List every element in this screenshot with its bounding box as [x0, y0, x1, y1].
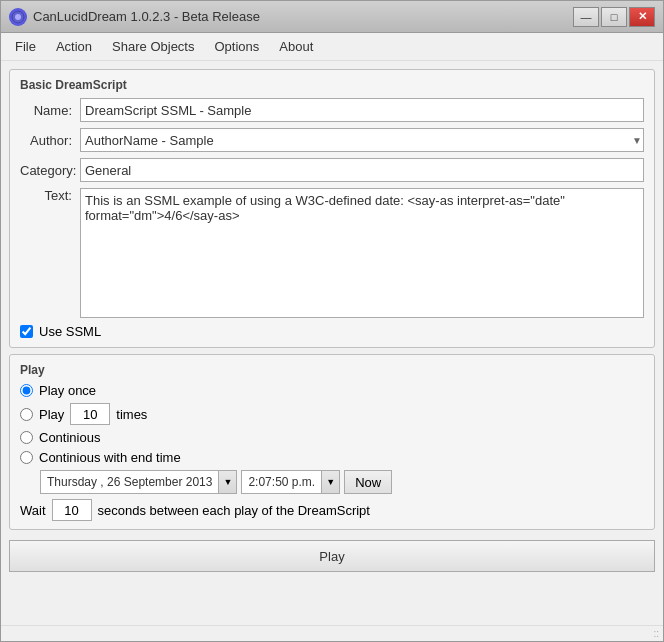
basic-dreamscript-title: Basic DreamScript: [20, 78, 644, 92]
continuous-end-radio[interactable]: [20, 451, 33, 464]
wait-row: Wait seconds between each play of the Dr…: [20, 499, 644, 521]
name-input[interactable]: [80, 98, 644, 122]
play-section-title: Play: [20, 363, 644, 377]
minimize-button[interactable]: —: [573, 7, 599, 27]
name-label: Name:: [20, 103, 80, 118]
svg-point-1: [15, 14, 21, 20]
author-row: Author: AuthorName - Sample ▼: [20, 128, 644, 152]
wait-label-post: seconds between each play of the DreamSc…: [98, 503, 370, 518]
name-row: Name:: [20, 98, 644, 122]
wait-label-pre: Wait: [20, 503, 46, 518]
close-button[interactable]: ✕: [629, 7, 655, 27]
play-section: Play Play once Play times Continious: [9, 354, 655, 530]
menu-share-objects[interactable]: Share Objects: [102, 35, 204, 58]
continuous-end-label[interactable]: Continious with end time: [39, 450, 181, 465]
date-dropdown-button[interactable]: ▼: [218, 471, 236, 493]
text-label: Text:: [20, 188, 80, 203]
resize-grip: ::: [653, 628, 659, 639]
category-row: Category:: [20, 158, 644, 182]
times-label: times: [116, 407, 147, 422]
date-combo: Thursday , 26 September 2013 ▼: [40, 470, 237, 494]
menu-about[interactable]: About: [269, 35, 323, 58]
bottom-bar: ::: [1, 625, 663, 641]
play-button-row: Play: [9, 540, 655, 572]
app-icon: [9, 8, 27, 26]
title-bar: CanLucidDream 1.0.2.3 - Beta Release — □…: [1, 1, 663, 33]
text-row: Text: This is an SSML example of using a…: [20, 188, 644, 318]
play-once-row: Play once: [20, 383, 644, 398]
title-bar-left: CanLucidDream 1.0.2.3 - Beta Release: [9, 8, 260, 26]
menu-action[interactable]: Action: [46, 35, 102, 58]
play-times-input[interactable]: [70, 403, 110, 425]
author-label: Author:: [20, 133, 80, 148]
now-button[interactable]: Now: [344, 470, 392, 494]
continuous-radio[interactable]: [20, 431, 33, 444]
date-value: Thursday , 26 September 2013: [41, 473, 218, 491]
menu-file[interactable]: File: [5, 35, 46, 58]
use-ssml-label[interactable]: Use SSML: [39, 324, 101, 339]
play-once-label[interactable]: Play once: [39, 383, 96, 398]
category-label: Category:: [20, 163, 80, 178]
wait-input[interactable]: [52, 499, 92, 521]
basic-dreamscript-section: Basic DreamScript Name: Author: AuthorNa…: [9, 69, 655, 348]
maximize-button[interactable]: □: [601, 7, 627, 27]
continuous-row: Continious: [20, 430, 644, 445]
category-input[interactable]: [80, 158, 644, 182]
continuous-end-row: Continious with end time: [20, 450, 644, 465]
use-ssml-row: Use SSML: [20, 324, 644, 339]
text-textarea[interactable]: This is an SSML example of using a W3C-d…: [80, 188, 644, 318]
author-select-wrapper: AuthorName - Sample ▼: [80, 128, 644, 152]
datetime-row: Thursday , 26 September 2013 ▼ 2:07:50 p…: [40, 470, 644, 494]
play-times-row: Play times: [20, 403, 644, 425]
menu-options[interactable]: Options: [204, 35, 269, 58]
menu-bar: File Action Share Objects Options About: [1, 33, 663, 61]
time-value: 2:07:50 p.m.: [242, 473, 321, 491]
time-combo: 2:07:50 p.m. ▼: [241, 470, 340, 494]
window-controls: — □ ✕: [573, 7, 655, 27]
window-title: CanLucidDream 1.0.2.3 - Beta Release: [33, 9, 260, 24]
use-ssml-checkbox[interactable]: [20, 325, 33, 338]
continuous-label[interactable]: Continious: [39, 430, 100, 445]
play-once-radio[interactable]: [20, 384, 33, 397]
author-select[interactable]: AuthorName - Sample: [80, 128, 644, 152]
play-times-radio[interactable]: [20, 408, 33, 421]
main-content: Basic DreamScript Name: Author: AuthorNa…: [1, 61, 663, 625]
play-label: Play: [39, 407, 64, 422]
time-dropdown-button[interactable]: ▼: [321, 471, 339, 493]
main-window: CanLucidDream 1.0.2.3 - Beta Release — □…: [0, 0, 664, 642]
play-button[interactable]: Play: [9, 540, 655, 572]
